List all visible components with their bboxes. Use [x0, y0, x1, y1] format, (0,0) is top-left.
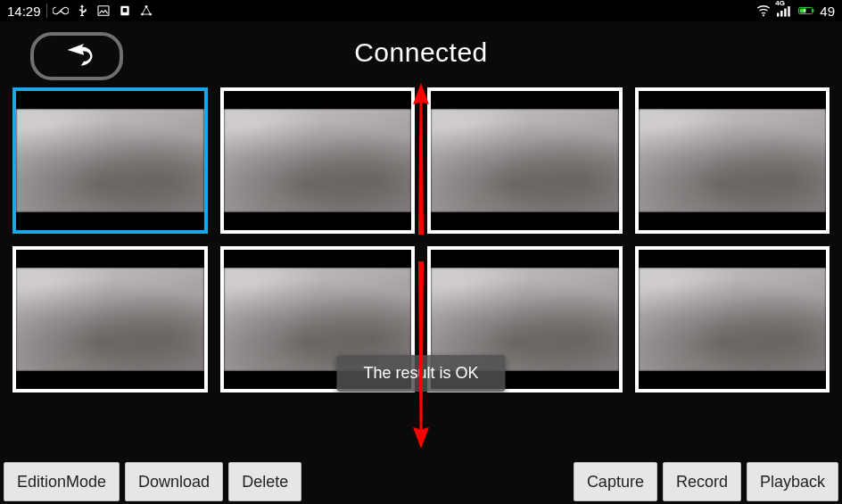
share-icon	[138, 3, 154, 19]
svg-point-6	[763, 14, 764, 16]
toolbar-left-group: EditionMode Download Delete	[4, 462, 301, 501]
bell-icon	[117, 3, 133, 19]
thumbnail[interactable]	[635, 246, 830, 392]
usb-icon	[74, 3, 90, 19]
header: Connected	[0, 21, 842, 84]
thumbnail[interactable]	[635, 87, 830, 234]
back-button[interactable]	[30, 32, 123, 80]
svg-rect-7	[777, 12, 779, 16]
page-title: Connected	[354, 37, 488, 68]
svg-rect-9	[784, 9, 786, 17]
status-time: 14:29	[7, 4, 41, 19]
thumbnail[interactable]	[12, 246, 208, 392]
playback-button[interactable]: Playback	[747, 462, 838, 501]
svg-rect-2	[122, 8, 127, 12]
thumbnail[interactable]	[12, 87, 208, 234]
status-bar: 14:29 4G 49	[0, 0, 842, 21]
wifi-icon	[755, 3, 772, 19]
infinity-icon	[53, 3, 69, 19]
record-button[interactable]: Record	[663, 462, 741, 501]
signal-icon: 4G	[777, 3, 793, 19]
status-battery: 49	[820, 4, 835, 19]
battery-icon	[798, 3, 814, 19]
toast-message: The result is OK	[336, 355, 505, 392]
svg-rect-10	[788, 6, 790, 16]
capture-button[interactable]: Capture	[574, 462, 657, 501]
download-button[interactable]: Download	[125, 462, 223, 501]
svg-rect-13	[813, 9, 814, 12]
bottom-toolbar: EditionMode Download Delete Capture Reco…	[0, 459, 842, 504]
back-arrow-icon	[57, 44, 96, 69]
delete-button[interactable]: Delete	[228, 462, 301, 501]
svg-rect-8	[780, 11, 782, 17]
status-divider	[46, 4, 47, 18]
thumbnail[interactable]	[220, 87, 416, 234]
edition-mode-button[interactable]: EditionMode	[4, 462, 120, 501]
image-icon	[95, 3, 111, 19]
svg-rect-0	[98, 6, 109, 16]
thumbnail-grid	[0, 84, 842, 392]
thumbnail[interactable]	[427, 87, 623, 234]
toolbar-right-group: Capture Record Playback	[574, 462, 838, 501]
